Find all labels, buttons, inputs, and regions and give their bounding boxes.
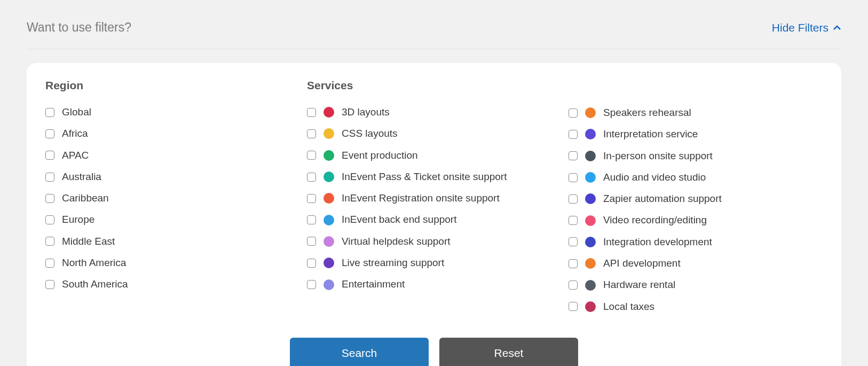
list-item: North America (45, 252, 307, 274)
service-color-dot-icon (323, 128, 334, 139)
list-item: Speakers rehearsal (569, 102, 823, 123)
list-item: In-person onsite support (569, 145, 823, 167)
service-color-dot-icon (323, 193, 334, 204)
service-color-dot-icon (323, 172, 334, 182)
filter-checkbox[interactable] (45, 151, 54, 160)
filter-checkbox[interactable] (307, 108, 316, 117)
service-color-dot-icon (585, 215, 596, 226)
service-color-dot-icon (585, 258, 596, 269)
filter-checkbox[interactable] (307, 151, 316, 160)
filter-label: Local taxes (603, 298, 654, 315)
service-color-dot-icon (323, 258, 334, 268)
button-row: Search Reset (45, 338, 823, 366)
list-item: Integration development (569, 231, 823, 253)
reset-button[interactable]: Reset (439, 338, 578, 366)
list-item: 3D layouts (307, 102, 569, 123)
filter-label: InEvent back end support (342, 211, 456, 228)
list-item: Local taxes (569, 296, 823, 317)
filter-label: InEvent Registration onsite support (342, 190, 500, 207)
services-column-b: Speakers rehearsalInterpretation service… (569, 79, 823, 317)
filter-checkbox[interactable] (307, 237, 316, 246)
list-item: InEvent Pass & Ticket onsite support (307, 166, 569, 188)
service-color-dot-icon (585, 107, 596, 118)
filter-checkbox[interactable] (569, 194, 578, 204)
filter-label: 3D layouts (342, 104, 390, 121)
filter-label: Interpretation service (603, 126, 698, 143)
chevron-up-icon (833, 24, 841, 32)
filter-label: Entertainment (342, 276, 405, 293)
filter-checkbox[interactable] (45, 129, 54, 138)
filter-label: Hardware rental (603, 276, 675, 293)
filter-checkbox[interactable] (307, 173, 316, 182)
filter-checkbox[interactable] (45, 280, 54, 289)
list-item: Africa (45, 123, 307, 144)
list-item: South America (45, 274, 307, 295)
filter-label: APAC (62, 147, 89, 164)
service-color-dot-icon (585, 129, 596, 139)
services-list-a: 3D layoutsCSS layoutsEvent productionInE… (307, 102, 569, 295)
list-item: CSS layouts (307, 123, 569, 144)
filter-label: Zapier automation support (603, 190, 722, 207)
filter-checkbox[interactable] (45, 108, 54, 117)
filter-checkbox[interactable] (307, 215, 316, 224)
filter-checkbox[interactable] (569, 302, 578, 311)
service-color-dot-icon (323, 236, 334, 247)
filter-checkbox[interactable] (307, 259, 316, 268)
filter-label: Europe (62, 211, 94, 228)
filter-panel: Region GlobalAfricaAPACAustraliaCaribbea… (27, 63, 841, 366)
list-item: APAC (45, 145, 307, 166)
filter-checkbox[interactable] (307, 129, 316, 138)
filter-checkbox[interactable] (45, 259, 54, 268)
filter-label: South America (62, 276, 128, 293)
list-item: InEvent back end support (307, 209, 569, 230)
list-item: Australia (45, 166, 307, 188)
list-item: Hardware rental (569, 274, 823, 295)
filter-checkbox[interactable] (45, 173, 54, 182)
service-color-dot-icon (585, 193, 596, 204)
filter-label: Virtual helpdesk support (342, 233, 451, 250)
filter-checkbox[interactable] (569, 130, 578, 139)
list-item: Event production (307, 145, 569, 166)
filter-label: Audio and video studio (603, 169, 706, 186)
list-item: Interpretation service (569, 123, 823, 145)
service-color-dot-icon (323, 215, 334, 225)
list-item: InEvent Registration onsite support (307, 188, 569, 209)
filter-checkbox[interactable] (569, 173, 578, 182)
filter-checkbox[interactable] (45, 194, 54, 203)
filter-checkbox[interactable] (45, 237, 54, 246)
filter-checkbox[interactable] (569, 151, 578, 160)
filter-label: Video recording/editing (603, 212, 707, 229)
hide-filters-toggle[interactable]: Hide Filters (772, 21, 841, 34)
filter-label: Live streaming support (342, 254, 444, 271)
filter-checkbox[interactable] (307, 280, 316, 289)
list-item: Zapier automation support (569, 188, 823, 209)
service-color-dot-icon (585, 237, 596, 247)
list-item: API development (569, 253, 823, 274)
filter-label: Event production (342, 147, 418, 164)
list-item: Live streaming support (307, 252, 569, 274)
filter-label: Caribbean (62, 190, 109, 207)
list-item: Audio and video studio (569, 167, 823, 188)
service-color-dot-icon (585, 172, 596, 183)
filter-label: CSS layouts (342, 125, 398, 142)
filter-label: Middle East (62, 233, 115, 250)
list-item: Entertainment (307, 274, 569, 295)
filter-label: In-person onsite support (603, 147, 713, 165)
region-column: Region GlobalAfricaAPACAustraliaCaribbea… (45, 79, 307, 317)
filter-checkbox[interactable] (569, 237, 578, 246)
filter-checkbox[interactable] (569, 216, 578, 225)
search-button[interactable]: Search (290, 338, 429, 366)
filter-label: Integration development (603, 233, 712, 251)
service-color-dot-icon (323, 279, 334, 290)
hide-filters-label: Hide Filters (772, 21, 828, 34)
services-column-a: Services 3D layoutsCSS layoutsEvent prod… (307, 79, 569, 317)
service-color-dot-icon (585, 151, 596, 161)
service-color-dot-icon (323, 107, 334, 118)
filter-checkbox[interactable] (569, 108, 578, 118)
filter-checkbox[interactable] (569, 281, 578, 290)
filter-label: Australia (62, 168, 101, 185)
filter-checkbox[interactable] (569, 259, 578, 268)
filter-checkbox[interactable] (45, 215, 54, 224)
services-list-b: Speakers rehearsalInterpretation service… (569, 102, 823, 317)
filter-checkbox[interactable] (307, 194, 316, 203)
